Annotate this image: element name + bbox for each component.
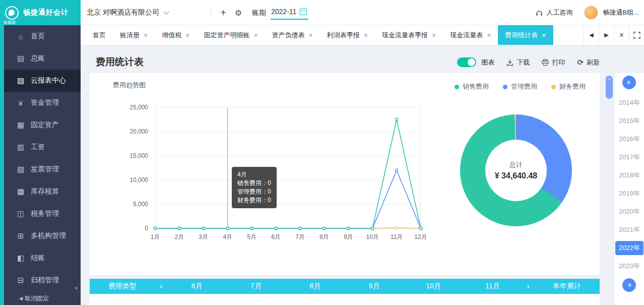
- year-item[interactable]: 2021年: [615, 223, 643, 237]
- tab-expense-stats[interactable]: 费用统计表×: [498, 25, 553, 45]
- legend-admin[interactable]: 管理费用: [503, 82, 537, 91]
- top-bar: 畅捷通好会计 旗舰版 北京 对啊酒店有限公司 + ⚙ 账期 2022-11 人工…: [0, 0, 644, 25]
- x-axis-labels: 1月2月3月4月5月6月7月8月9月10月11月12月: [155, 233, 421, 241]
- year-item[interactable]: 2023年: [615, 259, 643, 273]
- sidebar-item-inventory[interactable]: ▩ 库存核算: [4, 180, 81, 203]
- closing-icon: ◧: [16, 254, 25, 263]
- refresh-icon: ⟳: [577, 58, 584, 67]
- tab-close-icon[interactable]: ×: [432, 31, 436, 39]
- support-button[interactable]: 人工咨询: [535, 8, 572, 17]
- column-expense-type: 费用类型: [90, 282, 155, 291]
- invoice-icon: ▧: [16, 165, 25, 174]
- x-tick-label: 5月: [247, 233, 256, 241]
- year-item[interactable]: 2017年: [615, 150, 643, 164]
- refresh-button[interactable]: ⟳ 刷新: [577, 58, 600, 67]
- column-month[interactable]: 10月: [404, 282, 463, 291]
- tab-close-icon[interactable]: ×: [309, 31, 313, 39]
- sidebar-item-label: 多机构管理: [31, 231, 66, 240]
- tab-close-icon[interactable]: ×: [144, 31, 148, 39]
- tab-scroll-left-button[interactable]: ◀: [584, 25, 599, 45]
- tab-home[interactable]: 首页: [86, 25, 113, 45]
- sidebar: ⌂ 首页 ▤ 总账 ▨ 云报表中心 ¥ 资金管理 ▦ 固定资产 ▥ 工资 ▧ 发…: [4, 25, 81, 305]
- column-month[interactable]: 7月: [226, 282, 285, 291]
- tab-label: 现金流量表: [450, 31, 483, 40]
- new-tab-button[interactable]: +: [216, 0, 231, 25]
- y-tick-label: 15,000: [130, 152, 148, 159]
- ledger-icon: ▤: [16, 54, 25, 63]
- year-item[interactable]: 2014年: [615, 96, 643, 110]
- view-controls: 图表 下载 打印 ⟳ 刷新: [457, 57, 600, 67]
- logo-title: 畅捷通好会计: [23, 8, 69, 17]
- year-panel: « 2014年 2015年 2016年 2017年 2018年 2019年 20…: [615, 73, 644, 305]
- tab-close-icon[interactable]: ×: [253, 31, 257, 39]
- sidebar-item-invoice[interactable]: ▧ 发票管理: [4, 158, 81, 180]
- unpin-sidebar-button[interactable]: ◀ 取消固定: [4, 292, 81, 305]
- tab-close-icon[interactable]: ×: [487, 31, 491, 39]
- year-item[interactable]: 2018年: [615, 168, 643, 182]
- legend-finance[interactable]: 财务费用: [551, 82, 586, 91]
- chart-toggle[interactable]: [457, 57, 476, 67]
- sidebar-item-archive[interactable]: ⊟ 归档管理: [4, 269, 81, 291]
- column-month[interactable]: 11月: [463, 282, 522, 291]
- tab-qingce[interactable]: 账清册×: [113, 25, 155, 45]
- tab-close-icon[interactable]: ×: [185, 31, 189, 39]
- sidebar-item-label: 云报表中心: [31, 76, 66, 85]
- tab-cashflow-quarter[interactable]: 现金流量表季报×: [375, 25, 443, 45]
- donut-center: 总计 ¥ 34,640.48: [485, 140, 547, 201]
- refresh-label: 刷新: [587, 58, 600, 67]
- tab-fixed-asset-detail[interactable]: 固定资产明细账×: [197, 25, 265, 45]
- period-picker[interactable]: 2022-11: [271, 6, 308, 20]
- tab-balance-sheet[interactable]: 资产负债表×: [265, 25, 320, 45]
- page-title: 费用统计表: [96, 55, 144, 69]
- funds-icon: ¥: [16, 99, 25, 107]
- sidebar-item-fixed-assets[interactable]: ▦ 固定资产: [4, 114, 81, 136]
- tab-controls: ◀ ▶ ×: [584, 25, 644, 45]
- table-next-button[interactable]: ›: [522, 279, 534, 293]
- tabs-close-button[interactable]: ×: [614, 25, 629, 45]
- tab-vat[interactable]: 增值税×: [155, 25, 197, 45]
- tab-label: 固定资产明细账: [204, 31, 249, 40]
- year-item[interactable]: 2016年: [615, 132, 643, 146]
- tab-list: 首页 账清册× 增值税× 固定资产明细账× 资产负债表× 利润表季报× 现金流量…: [81, 25, 584, 45]
- year-scroll-up-button[interactable]: «: [622, 76, 636, 89]
- tab-close-icon[interactable]: ×: [364, 31, 368, 39]
- tab-scroll-right-button[interactable]: ▶: [599, 25, 614, 45]
- year-item[interactable]: 2019年: [615, 187, 643, 201]
- home-icon: ⌂: [16, 32, 25, 41]
- sidebar-item-label: 税务管理: [31, 209, 59, 218]
- company-select[interactable]: 北京 对啊酒店有限公司: [87, 0, 168, 25]
- tooltip-line: 销售费用：0: [237, 179, 271, 188]
- table-prev-button[interactable]: ‹: [155, 279, 167, 293]
- tab-close-icon[interactable]: ×: [542, 31, 546, 39]
- settings-button[interactable]: ⚙: [231, 0, 246, 25]
- tab-income-quarter[interactable]: 利润表季报×: [320, 25, 375, 45]
- column-month[interactable]: 8月: [286, 282, 345, 291]
- sidebar-item-closing[interactable]: ◧ 结账: [4, 247, 81, 269]
- sidebar-item-tax[interactable]: ◫ 税务管理: [4, 203, 81, 225]
- year-item[interactable]: 2015年: [615, 114, 643, 128]
- report-icon: ▨: [16, 76, 25, 85]
- download-button[interactable]: 下载: [506, 58, 530, 67]
- year-item[interactable]: 2020年: [615, 205, 643, 219]
- org-icon: ⊞: [16, 231, 25, 240]
- legend-sales[interactable]: 销售费用: [455, 82, 489, 91]
- sidebar-item-label: 资金管理: [31, 98, 59, 107]
- column-month[interactable]: 9月: [345, 282, 404, 291]
- donut-total-label: 总计: [509, 160, 523, 169]
- sidebar-item-payroll[interactable]: ▥ 工资: [4, 136, 81, 158]
- sidebar-item-home[interactable]: ⌂ 首页: [4, 25, 81, 47]
- sidebar-item-funds[interactable]: ¥ 资金管理: [4, 92, 81, 114]
- year-list: 2014年 2015年 2016年 2017年 2018年 2019年 2020…: [615, 96, 644, 273]
- y-tick-label: 10,000: [130, 176, 148, 184]
- user-avatar[interactable]: [584, 6, 598, 20]
- print-button[interactable]: 打印: [542, 58, 565, 67]
- column-month[interactable]: 6月: [167, 282, 226, 291]
- year-scroll-down-button[interactable]: «: [622, 278, 636, 292]
- sidebar-item-multi-org[interactable]: ⊞ 多机构管理: [4, 225, 81, 247]
- sidebar-item-cloud-reports[interactable]: ▨ 云报表中心: [4, 70, 81, 92]
- panel-collapse-handle[interactable]: »: [606, 76, 613, 99]
- tab-fullscreen-button[interactable]: [629, 25, 644, 45]
- year-item-active[interactable]: 2022年: [615, 241, 643, 255]
- sidebar-item-ledger[interactable]: ▤ 总账: [4, 47, 81, 70]
- tab-cashflow[interactable]: 现金流量表×: [443, 25, 498, 45]
